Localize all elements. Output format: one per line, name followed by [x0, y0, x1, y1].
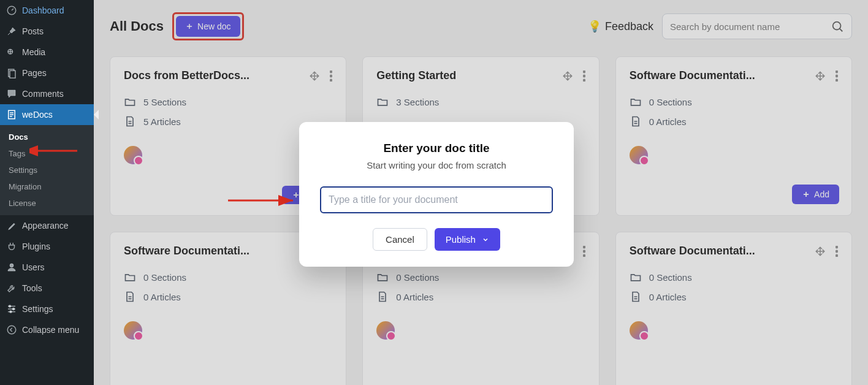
nav-label: Settings: [22, 304, 53, 314]
nav-comments[interactable]: Comments: [0, 83, 94, 104]
nav-plugins[interactable]: Plugins: [0, 236, 94, 257]
nav-tools[interactable]: Tools: [0, 278, 94, 299]
svg-point-15: [583, 75, 585, 77]
svg-point-19: [836, 79, 838, 82]
articles-stat: 0 Articles: [630, 115, 838, 128]
nav-label: Media: [22, 47, 45, 57]
submenu: Docs Tags Settings Migration License: [0, 125, 94, 215]
folder-icon: [376, 96, 389, 108]
nav-posts[interactable]: Posts: [0, 21, 94, 42]
collapse-icon: [6, 324, 17, 335]
folder-icon: [124, 96, 136, 108]
search-box[interactable]: [662, 13, 852, 39]
nav-settings[interactable]: Settings: [0, 299, 94, 319]
nav-label: Dashboard: [22, 6, 64, 15]
nav-appearance[interactable]: Appearance: [0, 215, 94, 236]
more-icon[interactable]: [583, 71, 585, 82]
sub-migration[interactable]: Migration: [0, 178, 94, 195]
doc-title[interactable]: Getting Started: [376, 69, 456, 82]
drag-icon[interactable]: [309, 71, 320, 82]
svg-point-17: [836, 71, 838, 73]
add-button[interactable]: Add: [792, 185, 839, 204]
file-icon: [124, 115, 136, 128]
feedback-label: Feedback: [605, 20, 653, 33]
doc-icon: [6, 109, 17, 120]
svg-point-8: [10, 311, 12, 313]
annotation-arrow: [29, 145, 78, 156]
doc-title-input[interactable]: [320, 186, 553, 213]
avatar: [630, 321, 648, 340]
svg-point-18: [836, 75, 838, 77]
admin-sidebar: Dashboard Posts Media Pages Comments weD…: [0, 0, 94, 385]
comment-icon: [6, 88, 17, 99]
nav-label: Collapse menu: [22, 325, 79, 335]
avatar: [376, 321, 395, 340]
brush-icon: [6, 220, 17, 231]
sub-settings[interactable]: Settings: [0, 162, 94, 178]
drag-icon[interactable]: [562, 71, 573, 82]
plus-icon: [802, 190, 810, 199]
sections-stat: 5 Sections: [124, 96, 332, 108]
svg-point-6: [9, 305, 11, 307]
nav-media[interactable]: Media: [0, 42, 94, 63]
search-icon: [831, 20, 844, 33]
media-icon: [6, 47, 17, 58]
nav-label: Comments: [22, 89, 64, 99]
new-doc-label: New doc: [197, 21, 230, 31]
publish-label: Publish: [446, 234, 476, 245]
svg-rect-3: [10, 71, 15, 78]
more-icon[interactable]: [330, 71, 332, 82]
doc-card: Software Documentati... 0 Sections 0 Art…: [615, 232, 852, 385]
svg-point-26: [836, 246, 838, 248]
svg-point-13: [330, 79, 332, 82]
page-header: All Docs New doc 💡 Feedback: [94, 0, 868, 47]
folder-icon: [630, 271, 642, 283]
nav-dashboard[interactable]: Dashboard: [0, 0, 94, 21]
new-doc-button[interactable]: New doc: [176, 16, 240, 37]
plus-icon: [185, 22, 194, 31]
doc-title[interactable]: Software Documentati...: [630, 245, 755, 257]
svg-point-14: [583, 71, 585, 73]
doc-title[interactable]: Software Documentati...: [124, 245, 249, 257]
more-icon[interactable]: [583, 246, 585, 257]
nav-label: Tools: [22, 283, 42, 293]
file-icon: [376, 291, 389, 303]
sub-license[interactable]: License: [0, 195, 94, 212]
articles-stat: 0 Articles: [376, 291, 585, 303]
nav-label: Pages: [22, 68, 47, 78]
publish-button[interactable]: Publish: [435, 228, 500, 251]
page-title: All Docs: [110, 18, 164, 34]
articles-stat: 0 Articles: [124, 291, 332, 303]
pin-icon: [6, 26, 17, 37]
svg-point-23: [583, 246, 585, 248]
search-input[interactable]: [670, 21, 831, 32]
articles-stat: 0 Articles: [630, 291, 838, 303]
new-doc-highlight: New doc: [172, 12, 243, 40]
svg-point-11: [330, 71, 332, 73]
nav-users[interactable]: Users: [0, 257, 94, 278]
file-icon: [124, 291, 136, 303]
svg-point-10: [833, 22, 841, 30]
more-icon[interactable]: [836, 246, 838, 257]
user-icon: [6, 262, 17, 273]
folder-icon: [376, 271, 389, 283]
nav-collapse[interactable]: Collapse menu: [0, 319, 94, 340]
drag-icon[interactable]: [815, 246, 826, 257]
more-icon[interactable]: [836, 71, 838, 82]
dashboard-icon: [6, 5, 17, 16]
nav-pages[interactable]: Pages: [0, 63, 94, 83]
chevron-down-icon: [482, 236, 489, 243]
sections-stat: 0 Sections: [124, 271, 332, 283]
doc-title[interactable]: Software Documentati...: [630, 69, 755, 82]
sections-stat: 0 Sections: [630, 96, 838, 108]
cancel-button[interactable]: Cancel: [373, 228, 427, 251]
nav-label: Posts: [22, 26, 44, 36]
doc-title[interactable]: Docs from BetterDocs...: [124, 69, 249, 82]
nav-label: Users: [22, 262, 45, 272]
feedback-link[interactable]: 💡 Feedback: [588, 20, 653, 33]
annotation-arrow: [227, 195, 297, 206]
nav-wedocs[interactable]: weDocs: [0, 104, 94, 125]
sub-docs[interactable]: Docs: [0, 129, 94, 145]
drag-icon[interactable]: [815, 71, 826, 82]
doc-card: Software Documentati... 0 Sections 0 Art…: [615, 56, 852, 216]
